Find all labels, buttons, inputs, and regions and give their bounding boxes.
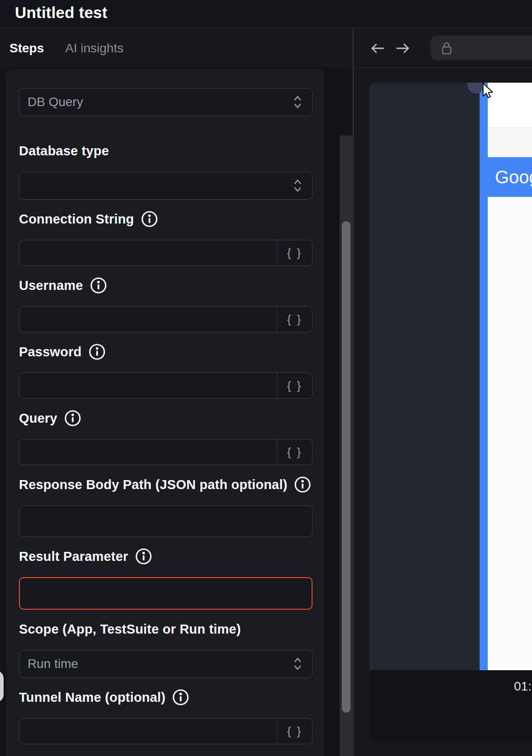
- playback-timeline[interactable]: 01:: [369, 670, 532, 742]
- tunnel-name-input[interactable]: [19, 719, 277, 744]
- field-database-type: Database type: [19, 142, 313, 200]
- field-label: Query: [19, 409, 313, 427]
- info-icon[interactable]: [294, 476, 312, 494]
- field-label-text: Password: [19, 345, 82, 359]
- info-icon[interactable]: [64, 409, 82, 427]
- tunnel-name-input-group: { }: [19, 718, 313, 744]
- password-input[interactable]: [19, 373, 277, 398]
- field-response-body-path: Response Body Path (JSON path optional): [19, 476, 313, 537]
- webpage-dark-region: [369, 83, 480, 670]
- tab-steps[interactable]: Steps: [9, 41, 44, 56]
- page-title: Untitled test: [15, 0, 107, 25]
- step-type-select[interactable]: DB Query: [19, 88, 313, 116]
- field-label: Connection String: [19, 210, 313, 228]
- info-icon[interactable]: [135, 547, 153, 565]
- steps-panel: DB Query Database type Connection String: [0, 68, 353, 756]
- scope-select-value: Run time: [28, 657, 293, 671]
- braces-icon: { }: [287, 379, 303, 393]
- connection-string-input-group: { }: [19, 240, 313, 266]
- username-input[interactable]: [19, 307, 277, 332]
- braces-icon: { }: [287, 246, 303, 260]
- password-input-group: { }: [19, 373, 313, 399]
- title-bar: Untitled test: [0, 0, 532, 28]
- braces-icon: { }: [287, 724, 303, 738]
- field-label-text: Scope (App, TestSuite or Run time): [19, 622, 241, 637]
- cursor-pointer-icon: [479, 83, 497, 100]
- braces-icon: { }: [287, 313, 303, 327]
- response-body-path-input-group: [19, 505, 313, 537]
- forward-arrow-icon[interactable]: [395, 41, 411, 56]
- field-label-text: Query: [19, 411, 57, 426]
- field-label-text: Database type: [19, 144, 109, 159]
- webpage-content-column: Goog: [488, 83, 532, 670]
- connection-string-input[interactable]: [19, 240, 277, 266]
- username-input-group: { }: [19, 306, 313, 332]
- info-icon[interactable]: [172, 688, 190, 706]
- insert-variable-button[interactable]: { }: [277, 439, 312, 465]
- field-label-text: Connection String: [19, 212, 134, 227]
- field-label: Username: [19, 276, 313, 294]
- field-result-parameter: Result Parameter: [19, 547, 313, 610]
- info-icon[interactable]: [88, 343, 106, 361]
- query-input[interactable]: [19, 439, 277, 465]
- result-parameter-input-group: [19, 577, 313, 610]
- field-label: Response Body Path (JSON path optional): [19, 476, 313, 494]
- field-label: Result Parameter: [19, 547, 313, 565]
- field-username: Username { }: [19, 276, 313, 332]
- database-type-select[interactable]: [19, 172, 313, 200]
- info-icon[interactable]: [140, 210, 159, 228]
- field-label: Database type: [19, 142, 313, 160]
- browser-preview-panel: Goog 01:: [354, 28, 532, 756]
- chevron-updown-icon: [293, 94, 302, 110]
- form-scrollbar-track[interactable]: [340, 135, 352, 756]
- playback-timestamp: 01:: [514, 679, 532, 694]
- query-input-group: { }: [19, 439, 313, 465]
- braces-icon: { }: [287, 445, 303, 459]
- info-icon[interactable]: [89, 276, 107, 294]
- field-label-text: Tunnel Name (optional): [19, 690, 165, 705]
- tab-bar: Steps AI insights: [0, 28, 353, 68]
- insert-variable-button[interactable]: { }: [277, 373, 312, 398]
- chevron-updown-icon: [293, 178, 302, 193]
- field-query: Query { }: [19, 409, 313, 465]
- chevron-updown-icon: [293, 656, 302, 672]
- field-label-text: Username: [19, 278, 83, 293]
- field-label: Scope (App, TestSuite or Run time): [19, 620, 313, 638]
- google-signin-banner: Goog: [487, 157, 532, 197]
- field-tunnel-name: Tunnel Name (optional) { }: [19, 688, 313, 744]
- form-scrollbar-thumb[interactable]: [342, 221, 350, 713]
- test-preview-viewport[interactable]: Goog 01:: [369, 83, 532, 742]
- lock-icon: [440, 41, 453, 56]
- previewed-webpage: Goog: [369, 83, 532, 670]
- field-scope: Scope (App, TestSuite or Run time) Run t…: [19, 620, 313, 678]
- webpage-subheader-band: [488, 128, 532, 157]
- insert-variable-button[interactable]: { }: [277, 307, 312, 332]
- response-body-path-input[interactable]: [19, 506, 312, 537]
- field-label: Password: [19, 343, 313, 361]
- field-password: Password { }: [19, 343, 313, 399]
- field-label-text: Response Body Path (JSON path optional): [19, 477, 287, 492]
- result-parameter-input[interactable]: [20, 578, 312, 609]
- field-label: Tunnel Name (optional): [19, 688, 313, 706]
- browser-toolbar: [354, 28, 532, 68]
- step-type-select-value: DB Query: [28, 95, 293, 109]
- scope-select[interactable]: Run time: [19, 650, 313, 678]
- field-label-text: Result Parameter: [19, 549, 128, 564]
- tab-ai-insights[interactable]: AI insights: [65, 41, 123, 56]
- field-connection-string: Connection String { }: [19, 210, 313, 266]
- address-bar[interactable]: [430, 36, 532, 60]
- insert-variable-button[interactable]: { }: [277, 240, 312, 266]
- insert-variable-button[interactable]: { }: [277, 719, 312, 744]
- step-config-form: DB Query Database type Connection String: [6, 69, 324, 756]
- back-arrow-icon[interactable]: [370, 41, 385, 56]
